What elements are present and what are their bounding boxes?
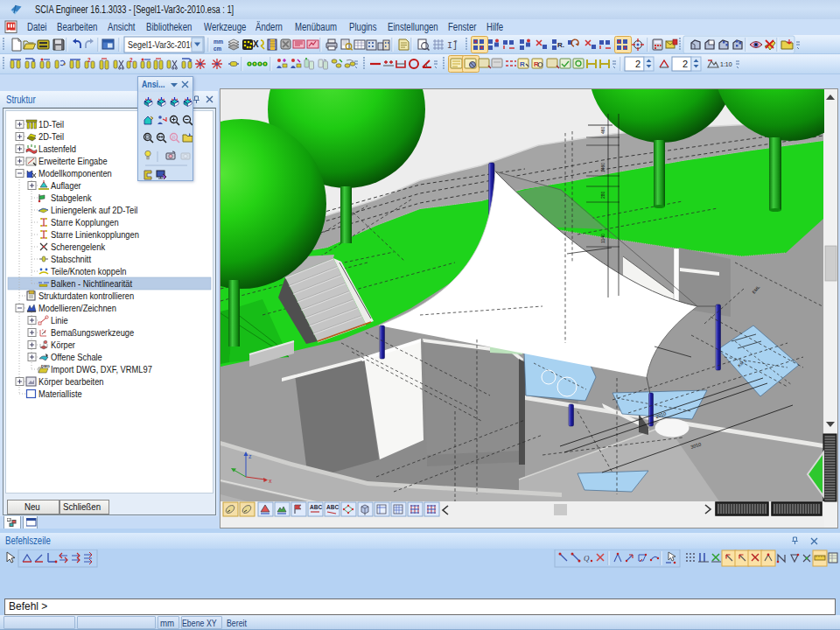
svg-text:Teile/Knoten koppeln: Teile/Knoten koppeln bbox=[51, 266, 127, 276]
svg-text:2: 2 bbox=[682, 59, 688, 69]
svg-text:Linie: Linie bbox=[51, 315, 68, 326]
svg-text:X: X bbox=[253, 39, 259, 49]
svg-text:2: 2 bbox=[130, 57, 133, 63]
svg-text:Lastenfeld: Lastenfeld bbox=[38, 144, 76, 154]
svg-text:Körper: Körper bbox=[51, 340, 75, 350]
svg-text:Starre Linienkopplungen: Starre Linienkopplungen bbox=[51, 229, 139, 240]
svg-text:1140: 1140 bbox=[600, 234, 606, 243]
svg-text:1D-Teil: 1D-Teil bbox=[38, 119, 64, 130]
svg-text:Offene Schale: Offene Schale bbox=[51, 352, 102, 362]
svg-text:Modellieren/Zeichnen: Modellieren/Zeichnen bbox=[38, 303, 116, 313]
svg-text:2: 2 bbox=[88, 57, 91, 63]
svg-text:Liniengelenk auf 2D-Teil: Liniengelenk auf 2D-Teil bbox=[51, 205, 137, 215]
svg-text:Segel1-Var3c-2010: Segel1-Var3c-2010 bbox=[128, 39, 195, 50]
svg-text:z: z bbox=[248, 453, 252, 459]
svg-text:Strukturdaten kontrollieren: Strukturdaten kontrollieren bbox=[38, 290, 134, 301]
svg-text:Erweiterte Eingabe: Erweiterte Eingabe bbox=[38, 156, 108, 166]
svg-text:2: 2 bbox=[635, 59, 640, 69]
svg-text:Stabgelenk: Stabgelenk bbox=[51, 192, 92, 203]
svg-text:460: 460 bbox=[600, 126, 606, 134]
svg-text:Balken - Nichtlinearität: Balken - Nichtlinearität bbox=[51, 278, 132, 289]
svg-text:cm: cm bbox=[214, 46, 221, 52]
svg-text:Modellkomponenten: Modellkomponenten bbox=[38, 168, 112, 178]
svg-text:R.: R. bbox=[557, 41, 564, 49]
svg-text:Starre Kopplungen: Starre Kopplungen bbox=[51, 217, 119, 228]
svg-text:mm: mm bbox=[214, 38, 223, 45]
svg-text:Materialliste: Materialliste bbox=[38, 388, 82, 399]
svg-text:R: R bbox=[520, 60, 525, 68]
svg-text:Scherengelenk: Scherengelenk bbox=[51, 242, 106, 252]
svg-text:Import DWG, DXF, VRML97: Import DWG, DXF, VRML97 bbox=[51, 364, 152, 374]
svg-text:280: 280 bbox=[600, 191, 606, 199]
svg-text:Stabschnitt: Stabschnitt bbox=[51, 254, 91, 264]
svg-text:Auflager: Auflager bbox=[51, 180, 81, 191]
svg-text:2D-Teil: 2D-Teil bbox=[38, 131, 64, 142]
svg-text:Körper bearbeiten: Körper bearbeiten bbox=[38, 376, 104, 387]
svg-text:x: x bbox=[269, 478, 272, 484]
svg-text:DWG: DWG bbox=[41, 364, 50, 368]
svg-text:1:10: 1:10 bbox=[720, 61, 732, 67]
svg-text:ABC: ABC bbox=[326, 504, 339, 510]
svg-text:Q: Q bbox=[584, 554, 590, 563]
svg-text:R: R bbox=[172, 135, 177, 140]
svg-text:Bemaßungswerkzeuge: Bemaßungswerkzeuge bbox=[51, 327, 134, 338]
svg-text:1460: 1460 bbox=[600, 163, 606, 172]
svg-text:ABC: ABC bbox=[310, 504, 322, 510]
